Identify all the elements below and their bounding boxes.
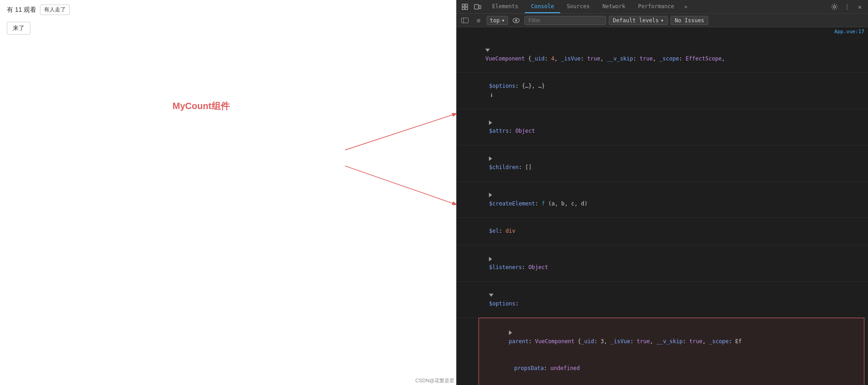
more-icon[interactable]: ⋮ bbox=[842, 1, 853, 12]
console-line: propsData: undefined bbox=[479, 355, 864, 382]
svg-rect-4 bbox=[462, 4, 464, 6]
svg-rect-9 bbox=[479, 5, 481, 9]
expand-triangle[interactable] bbox=[489, 193, 492, 197]
inspect-element-icon[interactable] bbox=[459, 1, 470, 12]
expand-triangle[interactable] bbox=[489, 294, 493, 297]
info-icon[interactable]: ℹ bbox=[491, 93, 493, 98]
view-count-text: 有 11 观看 bbox=[7, 6, 36, 14]
svg-rect-11 bbox=[462, 18, 469, 23]
devtools-right-icons: ⋮ ✕ bbox=[829, 1, 868, 12]
came-button[interactable]: 来了 bbox=[7, 22, 30, 35]
app-vue-link[interactable]: App.vue:17 bbox=[457, 27, 868, 37]
svg-rect-5 bbox=[465, 4, 468, 6]
console-line: $attrs: Object bbox=[457, 109, 868, 145]
annotation-arrows bbox=[0, 0, 456, 385]
view-count-row: 有 11 观看 有人走了 bbox=[7, 5, 449, 15]
filter-input[interactable] bbox=[524, 16, 606, 25]
annotation-label: MyCount组件 bbox=[173, 101, 230, 111]
someone-left-button[interactable]: 有人走了 bbox=[40, 5, 70, 15]
svg-rect-7 bbox=[465, 7, 468, 10]
webpage-content: 有 11 观看 有人走了 来了 bbox=[0, 0, 456, 39]
devtools-panel: Elements Console Sources Network Perform… bbox=[456, 0, 868, 385]
webpage-panel: 有 11 观看 有人走了 来了 MyCount组件 CSDN@花繁是星 bbox=[0, 0, 456, 385]
devtools-tab-icons bbox=[457, 1, 486, 12]
mycount-annotation: MyCount组件 bbox=[173, 100, 230, 112]
clear-console-icon[interactable]: ⊘ bbox=[473, 15, 484, 26]
svg-rect-8 bbox=[474, 5, 478, 9]
console-line: $el: div bbox=[457, 218, 868, 245]
console-line: $children: [] bbox=[457, 145, 868, 182]
console-output: App.vue:17 VueComponent {_uid: 4, _isVue… bbox=[457, 27, 868, 385]
svg-point-10 bbox=[833, 5, 836, 8]
sidebar-toggle-icon[interactable] bbox=[459, 15, 470, 26]
expand-triangle[interactable] bbox=[485, 49, 490, 52]
tab-performance[interactable]: Performance bbox=[632, 0, 681, 13]
eye-icon[interactable] bbox=[511, 15, 522, 26]
console-line: $options: bbox=[457, 282, 868, 318]
device-toggle-icon[interactable] bbox=[472, 1, 483, 12]
tab-console[interactable]: Console bbox=[525, 0, 561, 13]
default-levels-button[interactable]: Default levels ▾ bbox=[609, 16, 668, 25]
console-line: $options: {…}, …} ℹ bbox=[457, 73, 868, 109]
tab-network[interactable]: Network bbox=[596, 0, 632, 13]
devtools-topbar: Elements Console Sources Network Perform… bbox=[457, 0, 868, 14]
console-line: $createElement: f (a, b, c, d) bbox=[457, 182, 868, 218]
console-line: $listeners: Object bbox=[457, 245, 868, 282]
tab-sources[interactable]: Sources bbox=[560, 0, 596, 13]
close-icon[interactable]: ✕ bbox=[854, 1, 865, 12]
no-issues-button[interactable]: No Issues bbox=[671, 16, 708, 25]
expand-triangle[interactable] bbox=[489, 120, 492, 125]
tab-elements[interactable]: Elements bbox=[486, 0, 525, 13]
console-line: VueComponent {_uid: 4, _isVue: true, __v… bbox=[457, 37, 868, 73]
context-selector[interactable]: top ▾ bbox=[487, 16, 508, 25]
watermark: CSDN@花繁是星 bbox=[415, 377, 454, 384]
expand-triangle[interactable] bbox=[489, 257, 492, 261]
expand-triangle[interactable] bbox=[489, 156, 492, 161]
expand-triangle[interactable] bbox=[509, 330, 512, 335]
tab-more[interactable]: » bbox=[681, 0, 691, 13]
options-highlight-box: parent: VueComponent {_uid: 3, _isVue: t… bbox=[478, 318, 864, 385]
devtools-secondbar: ⊘ top ▾ Default levels ▾ No Issues bbox=[457, 14, 868, 27]
devtools-tabs: Elements Console Sources Network Perform… bbox=[486, 0, 691, 13]
console-line: _componentTag: "MyCount" bbox=[479, 382, 864, 385]
settings-icon[interactable] bbox=[829, 1, 840, 12]
svg-point-14 bbox=[515, 19, 517, 21]
console-line: parent: VueComponent {_uid: 3, _isVue: t… bbox=[479, 319, 864, 355]
svg-line-2 bbox=[345, 114, 456, 150]
svg-line-3 bbox=[345, 166, 456, 205]
svg-rect-6 bbox=[462, 7, 464, 10]
